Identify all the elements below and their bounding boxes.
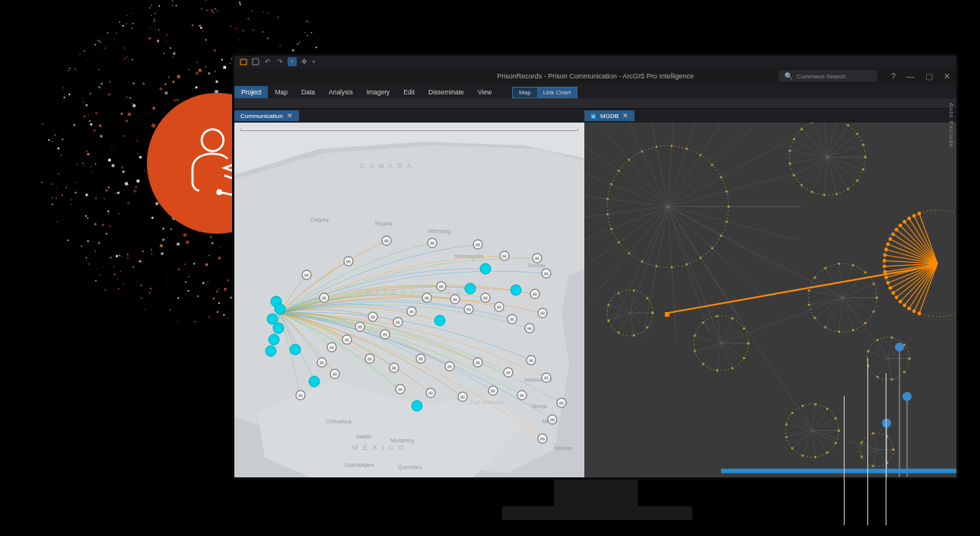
map-view-tab[interactable]: Communication ✕	[234, 110, 299, 121]
svg-rect-317	[266, 37, 269, 40]
minimize-button[interactable]: —	[906, 72, 915, 81]
svg-point-929	[886, 242, 890, 246]
svg-point-745	[811, 190, 813, 193]
svg-point-823	[852, 264, 854, 266]
svg-line-643	[668, 206, 721, 343]
svg-line-885	[873, 450, 877, 466]
svg-point-801	[873, 311, 875, 313]
redo-icon[interactable]: ↷	[275, 57, 285, 66]
ribbon-tab-disseminate[interactable]: Disseminate	[422, 86, 471, 98]
context-tab-map[interactable]: Map	[513, 88, 537, 97]
ribbon-tab-data[interactable]: Data	[294, 86, 322, 98]
svg-rect-1	[120, 271, 122, 273]
svg-rect-185	[278, 17, 279, 18]
svg-rect-178	[186, 241, 189, 244]
svg-point-520	[202, 129, 224, 151]
svg-rect-448	[103, 198, 105, 199]
svg-rect-195	[200, 27, 202, 29]
svg-text:✉: ✉	[430, 241, 434, 246]
svg-rect-63	[141, 298, 142, 299]
svg-line-868	[792, 413, 812, 430]
svg-rect-433	[63, 97, 65, 99]
close-tab-icon[interactable]: ✕	[622, 112, 628, 120]
svg-rect-8	[85, 215, 88, 217]
close-tab-icon[interactable]: ✕	[287, 112, 293, 120]
svg-point-859	[814, 456, 816, 458]
svg-line-785	[695, 336, 721, 343]
svg-line-961	[630, 290, 634, 312]
svg-line-764	[827, 126, 848, 158]
svg-rect-504	[65, 187, 67, 189]
svg-line-866	[786, 424, 812, 430]
svg-rect-148	[105, 232, 107, 234]
svg-rect-255	[206, 284, 207, 285]
svg-line-953	[619, 313, 630, 333]
svg-point-896	[892, 448, 895, 451]
svg-rect-170	[117, 191, 120, 194]
svg-rect-299	[176, 5, 177, 6]
auto-exclude-tab[interactable]: Auto Exclude	[948, 103, 955, 148]
svg-rect-21	[88, 120, 91, 123]
svg-rect-464	[205, 66, 207, 68]
svg-rect-235	[208, 72, 210, 75]
svg-rect-193	[111, 146, 112, 147]
svg-point-705	[641, 150, 643, 152]
svg-point-678	[641, 260, 643, 263]
ribbon-tab-analysis[interactable]: Analysis	[322, 86, 360, 98]
ribbon-tabs: ProjectMapDataAnalysisImageryEditDissemi…	[234, 85, 956, 98]
svg-rect-485	[166, 279, 167, 280]
svg-line-686	[612, 206, 668, 228]
maximize-button[interactable]: ▢	[925, 72, 933, 81]
svg-line-694	[584, 190, 608, 199]
svg-line-649	[668, 266, 934, 313]
svg-rect-233	[125, 182, 129, 186]
svg-rect-296	[177, 242, 180, 246]
command-search[interactable]: 🔍 Command Search	[778, 70, 877, 82]
link-chart-tab[interactable]: ▣ MGDB ✕	[584, 110, 635, 121]
svg-line-951	[630, 313, 634, 335]
add-icon[interactable]: +	[288, 57, 297, 66]
context-tab-link-chart[interactable]: Link Chart	[537, 88, 577, 97]
svg-rect-225	[94, 129, 96, 132]
close-button[interactable]: ✕	[943, 72, 950, 81]
ribbon-tab-imagery[interactable]: Imagery	[360, 86, 397, 98]
svg-rect-207	[140, 260, 143, 263]
svg-rect-275	[41, 182, 43, 183]
svg-rect-78	[108, 158, 111, 161]
svg-point-950	[646, 327, 648, 329]
svg-rect-491	[164, 83, 167, 85]
svg-rect-423	[62, 88, 64, 89]
svg-rect-125	[207, 282, 208, 282]
svg-text:✉: ✉	[332, 372, 337, 377]
map-surface[interactable]: C A N A D A U N I T E D S T A T E S M É …	[234, 123, 584, 477]
project-icon[interactable]	[239, 57, 248, 66]
svg-point-842	[867, 350, 869, 353]
svg-rect-499	[195, 321, 196, 323]
ribbon-tab-project[interactable]: Project	[234, 86, 268, 98]
ribbon-tab-map[interactable]: Map	[268, 86, 294, 98]
svg-rect-350	[162, 228, 165, 231]
explore-icon[interactable]: ✥	[300, 57, 309, 66]
svg-line-854	[812, 431, 835, 443]
svg-text:Saltillo: Saltillo	[356, 434, 372, 439]
svg-rect-357	[81, 245, 82, 247]
svg-rect-109	[196, 86, 198, 88]
svg-line-715	[686, 123, 709, 148]
svg-text:✉: ✉	[384, 238, 389, 244]
svg-rect-94	[126, 24, 126, 24]
svg-rect-337	[100, 135, 103, 138]
svg-rect-341	[51, 197, 52, 199]
svg-rect-516	[58, 148, 59, 149]
link-chart-surface[interactable]	[584, 123, 956, 477]
search-icon: 🔍	[784, 72, 793, 80]
svg-line-845	[888, 337, 892, 359]
svg-point-815	[808, 289, 810, 292]
ribbon-tab-view[interactable]: View	[471, 86, 498, 98]
help-button[interactable]: ?	[891, 72, 896, 81]
ribbon-tab-edit[interactable]: Edit	[396, 86, 422, 98]
svg-line-670	[686, 264, 709, 333]
undo-icon[interactable]: ↶	[263, 57, 272, 66]
svg-text:✉: ✉	[476, 360, 480, 365]
save-icon[interactable]	[251, 57, 260, 66]
svg-rect-294	[170, 228, 172, 231]
